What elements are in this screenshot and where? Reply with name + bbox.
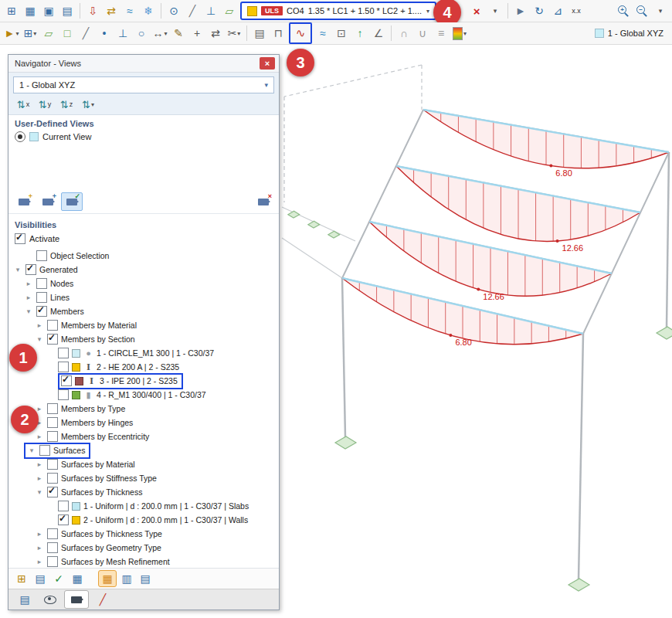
color-scale-icon[interactable]: ▾	[450, 24, 469, 42]
grid-mode-3-icon[interactable]: ▤	[137, 571, 154, 586]
results-diagram-toggle[interactable]: ∿ 3	[289, 22, 312, 44]
view-select-dropdown[interactable]: 1 - Global XYZ ▾	[13, 76, 274, 93]
tab-results-navigator[interactable]: ╱	[91, 591, 114, 608]
user-views-list[interactable]	[15, 145, 273, 188]
navigator-titlebar[interactable]: Navigator - Views ×	[8, 55, 279, 73]
checkbox-checked[interactable]	[61, 375, 72, 386]
expander-closed-icon[interactable]: ▸	[35, 474, 44, 482]
view-in-x-button[interactable]: ⇅x	[13, 97, 33, 112]
expander-open-icon[interactable]: ▾	[24, 307, 33, 315]
tree-item-surfaces[interactable]: ▾Surfaces	[13, 443, 279, 457]
view-custom-button[interactable]: ⇅▾	[78, 97, 98, 112]
snow-load-icon[interactable]: ❄	[139, 2, 158, 20]
new-surface-icon[interactable]: ▱	[39, 24, 58, 42]
radio-selected-icon[interactable]	[15, 131, 25, 142]
expander-closed-icon[interactable]: ▸	[35, 460, 44, 468]
expander-open-icon[interactable]: ▾	[35, 488, 44, 496]
expander-closed-icon[interactable]: ▸	[24, 280, 33, 287]
checkbox-unchecked[interactable]	[58, 501, 69, 511]
tree-item-1-circle-m1-300-1-c30-37[interactable]: ●1 - CIRCLE_M1 300 | 1 - C30/37	[13, 346, 279, 360]
tree-item-surfaces-by-thickness-type[interactable]: ▸Surfaces by Thickness Type	[13, 527, 279, 541]
new-opening-icon[interactable]: □	[58, 24, 76, 42]
checkbox-unchecked[interactable]	[47, 542, 58, 553]
invert-visibility-icon[interactable]: ▦	[69, 571, 86, 586]
checkbox-unchecked[interactable]	[47, 403, 58, 414]
grid-mode-2-icon[interactable]: ▥	[118, 571, 135, 586]
new-hinge-icon[interactable]: ○	[132, 24, 151, 42]
visibility-options-icon[interactable]: ▤	[32, 571, 49, 586]
regenerate-icon[interactable]: ↻	[530, 2, 548, 20]
diagram-style-filled-icon[interactable]: ∩	[395, 24, 413, 42]
tab-display-navigator[interactable]	[39, 591, 62, 608]
tree-item-4-r-m1-300-400-1-c30-37[interactable]: ▮4 - R_M1 300/400 | 1 - C30/37	[13, 388, 279, 402]
selection-tool-icon[interactable]: ►▾	[2, 24, 21, 42]
tree-item-surfaces-by-stiffness-type[interactable]: ▸Surfaces by Stiffness Type	[13, 471, 279, 485]
close-icon[interactable]: ×	[260, 57, 275, 70]
checkbox-checked[interactable]	[47, 487, 58, 497]
checkbox-checked[interactable]	[25, 264, 36, 275]
expander-closed-icon[interactable]: ▸	[35, 558, 44, 565]
checkbox-checked-icon[interactable]	[15, 233, 25, 244]
chevron-down-icon[interactable]: ▾	[33, 30, 36, 37]
expander-closed-icon[interactable]: ▸	[35, 433, 44, 440]
checkbox-unchecked[interactable]	[39, 445, 50, 456]
chevron-down-icon[interactable]: ▾	[463, 30, 467, 37]
new-member-icon[interactable]: ╱	[76, 24, 95, 42]
printout-report-icon[interactable]: ▤	[58, 2, 76, 20]
result-values-icon[interactable]: x.x	[567, 2, 585, 20]
zoom-in-icon[interactable]	[614, 2, 633, 20]
diagram-style-outline-icon[interactable]: ∪	[413, 24, 432, 42]
apply-visibility-icon[interactable]: ✓	[50, 571, 67, 586]
show-view-button[interactable]: ✓	[61, 192, 83, 211]
tab-data-navigator[interactable]: ▤	[13, 591, 36, 608]
dimension-icon[interactable]: ↔▾	[151, 24, 169, 42]
tree-item-members-by-section[interactable]: ▾Members by Section	[13, 332, 279, 346]
capture-view-button[interactable]: +	[37, 192, 59, 211]
view-selector[interactable]: 1 - Global XYZ	[595, 29, 670, 38]
checkbox-unchecked[interactable]	[36, 292, 47, 303]
expander-closed-icon[interactable]: ▸	[35, 321, 44, 329]
insert-support-icon[interactable]: ⊥	[202, 2, 220, 20]
wind-load-icon[interactable]: ≈	[120, 2, 139, 20]
chevron-down-icon[interactable]: ▾	[237, 30, 240, 37]
checkbox-unchecked[interactable]	[47, 556, 58, 567]
insert-node-icon[interactable]: ⊙	[165, 2, 183, 20]
tree-item-object-selection[interactable]: Object Selection	[13, 249, 279, 263]
clipping-plane-icon[interactable]: ∠	[369, 24, 388, 42]
mirror-icon[interactable]: ⇄	[206, 24, 225, 42]
view-in-y-button[interactable]: ⇅y	[35, 97, 55, 112]
expander-closed-icon[interactable]: ▸	[24, 294, 33, 301]
tree-item-2-he-200-a-2-s235[interactable]: I2 - HE 200 A | 2 - S235	[13, 360, 279, 374]
checkbox-unchecked[interactable]	[47, 320, 58, 331]
load-case-icon[interactable]: ⇩	[83, 2, 102, 20]
expander-closed-icon[interactable]: ▸	[35, 530, 44, 538]
surface-results-icon[interactable]: ≈	[314, 24, 332, 42]
solid-display-icon[interactable]: ⊡	[332, 24, 351, 42]
tab-views-navigator[interactable]	[64, 590, 89, 609]
new-node-icon[interactable]: •	[95, 24, 114, 42]
section-cut-icon[interactable]: ⊓	[269, 24, 287, 42]
insert-surface-icon[interactable]: ▱	[220, 2, 239, 20]
checkbox-checked[interactable]	[58, 514, 69, 525]
checkbox-unchecked[interactable]	[58, 348, 69, 358]
picture-export-icon[interactable]: ▣	[39, 2, 58, 20]
tree-item-surfaces-by-geometry-type[interactable]: ▸Surfaces by Geometry Type	[13, 541, 279, 555]
tree-item-2-uniform-d-200-0-mm-1-c30-37-walls[interactable]: 2 - Uniform | d : 200.0 mm | 1 - C30/37 …	[13, 513, 279, 527]
tree-item-surfaces-by-material[interactable]: ▸Surfaces by Material	[13, 457, 279, 471]
checkbox-unchecked[interactable]	[36, 278, 47, 289]
save-view-button[interactable]: +	[13, 192, 35, 211]
remove-combination-icon[interactable]: ×	[467, 2, 486, 20]
zoom-menu-caret-icon[interactable]: ▾	[651, 2, 670, 20]
load-combination-selector[interactable]: ULS CO4 1.35 * LC1 + 1.50 * LC2 + 1.... …	[240, 2, 436, 20]
tree-item-nodes[interactable]: ▸Nodes	[13, 277, 279, 290]
tree-item-surfaces-by-thickness[interactable]: ▾Surfaces by Thickness	[13, 485, 279, 499]
checkbox-unchecked[interactable]	[47, 473, 58, 484]
chevron-down-icon[interactable]: ▾	[15, 30, 19, 37]
tree-item-3-ipe-200-2-s235[interactable]: I3 - IPE 200 | 2 - S235	[13, 374, 279, 388]
tree-item-members-by-hinges[interactable]: ▸Members by Hinges	[13, 416, 279, 430]
checkbox-checked[interactable]	[36, 306, 47, 317]
checkbox-unchecked[interactable]	[36, 250, 47, 261]
tree-item-1-uniform-d-200-0-mm-1-c30-37-slabs[interactable]: 1 - Uniform | d : 200.0 mm | 1 - C30/37 …	[13, 499, 279, 513]
tree-item-surfaces-by-mesh-refinement[interactable]: ▸Surfaces by Mesh Refinement	[13, 555, 279, 568]
tree-item-members[interactable]: ▾Members	[13, 304, 279, 318]
